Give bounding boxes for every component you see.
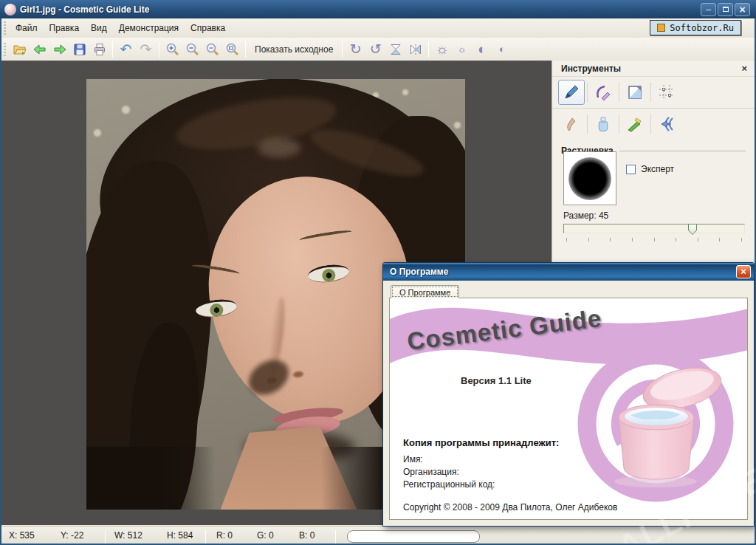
close-button[interactable]: ×	[735, 3, 750, 16]
about-dialog-close-button[interactable]: ×	[736, 265, 751, 278]
slider-tick	[698, 238, 698, 241]
menu-view[interactable]: Вид	[85, 20, 113, 36]
restore-icon	[723, 7, 729, 12]
rotate-cw-button[interactable]: ↻	[346, 40, 365, 59]
open-button[interactable]	[10, 40, 30, 59]
owner-name-label: Имя:	[403, 454, 423, 465]
contrast-button[interactable]: ◐	[472, 40, 492, 59]
slider-tick	[741, 238, 742, 241]
status-g: G: 0	[257, 530, 274, 541]
save-icon	[72, 42, 87, 57]
bend-arrows-tool[interactable]	[653, 112, 680, 137]
nav-forward-icon	[52, 42, 67, 57]
menu-grip[interactable]	[4, 21, 6, 35]
slider-tick	[632, 238, 633, 241]
brightness-small-button[interactable]: ☼	[452, 40, 472, 59]
curve-brush-tool[interactable]	[590, 80, 616, 105]
about-dialog-title-bar[interactable]: О Программе ×	[383, 263, 754, 281]
bend-arrows-icon	[658, 115, 676, 133]
levels-square-tool[interactable]	[622, 80, 648, 105]
softobzor-button[interactable]: Softobzor.Ru	[650, 20, 741, 35]
window-border-left	[0, 0, 1, 545]
size-slider-thumb[interactable]	[688, 224, 697, 235]
status-divider	[335, 530, 336, 544]
size-slider[interactable]	[563, 224, 745, 233]
mesh-grid-icon	[658, 83, 676, 101]
slider-tick	[676, 238, 676, 241]
concealer-stick-icon	[563, 115, 580, 133]
brush-size-label: Размер: 45	[563, 210, 608, 221]
title-bar[interactable]: Girl1.jpg - Cosmetic Guide Lite – ×	[0, 0, 756, 18]
tools-panel-close-icon[interactable]: ×	[741, 64, 747, 73]
zoom-out-button[interactable]	[182, 40, 202, 59]
toolbar-separator	[159, 41, 159, 58]
restore-button[interactable]	[718, 3, 733, 16]
brightness-button[interactable]: ☼	[432, 40, 452, 59]
save-button[interactable]	[69, 40, 89, 59]
toothbrush-tool[interactable]	[622, 112, 648, 137]
status-w: W: 512	[114, 530, 142, 541]
menu-edit[interactable]: Правка	[44, 20, 86, 36]
curve-brush-icon	[594, 83, 612, 101]
flip-vertical-button[interactable]	[385, 40, 405, 59]
zoom-actual-button[interactable]	[202, 40, 222, 59]
contrast-small-button[interactable]: ◐	[492, 40, 512, 59]
status-divider	[205, 530, 206, 544]
section-rule	[619, 151, 746, 151]
status-b: B: 0	[299, 530, 315, 541]
bokeh-dot	[122, 106, 130, 114]
powder-bottle-tool[interactable]	[590, 112, 616, 137]
about-tab[interactable]: О Программе	[391, 285, 459, 298]
zoom-fit-icon	[225, 42, 240, 57]
toolbar-grip[interactable]	[4, 43, 6, 56]
show-original-button[interactable]: Показать исходное	[249, 41, 339, 58]
redo-button[interactable]: ↷	[136, 40, 156, 59]
back-button[interactable]	[30, 40, 49, 59]
tool-separator	[587, 114, 588, 134]
zoom-out-icon	[185, 42, 200, 57]
tool-row-2	[552, 108, 755, 140]
menu-help[interactable]: Справка	[185, 20, 231, 36]
about-dialog: О Программе × О Программе	[382, 262, 755, 527]
toolbar-separator	[112, 41, 113, 58]
menu-demonstration[interactable]: Демонстрация	[113, 20, 185, 36]
registration-code-label: Регистрационный код:	[403, 479, 495, 490]
zoom-in-button[interactable]	[162, 40, 182, 59]
retouch-pen-icon	[563, 83, 580, 101]
slider-tick	[588, 238, 589, 241]
flip-horizontal-icon	[408, 42, 423, 57]
zoom-actual-icon	[205, 42, 220, 57]
brush-preview	[563, 151, 616, 205]
undo-button[interactable]: ↶	[116, 40, 136, 59]
toothbrush-icon	[626, 115, 644, 133]
tool-row-1	[552, 77, 755, 108]
expert-label: Эксперт	[641, 164, 674, 174]
menu-bar: Файл Правка Вид Демонстрация Справка Sof…	[1, 18, 755, 38]
app-window: Girl1.jpg - Cosmetic Guide Lite – × Файл…	[0, 0, 756, 545]
forward-button[interactable]	[49, 40, 69, 59]
blemish-forehead	[258, 138, 300, 157]
minimize-button[interactable]: –	[701, 3, 716, 16]
print-button[interactable]	[89, 40, 109, 59]
brightness-icon: ☼	[436, 42, 448, 56]
about-tab-page: Cosmetic Guide Версия 1.1 Lite Копия про…	[389, 298, 748, 520]
redo-icon: ↷	[140, 42, 152, 56]
rotate-ccw-button[interactable]: ↺	[365, 40, 385, 59]
flip-horizontal-button[interactable]	[405, 40, 425, 59]
tool-separator	[619, 83, 619, 102]
toolbar-separator	[342, 41, 343, 58]
expert-checkbox[interactable]	[626, 165, 636, 174]
owner-organization-label: Организация:	[403, 467, 459, 477]
about-dialog-body: О Программе	[383, 281, 754, 526]
mesh-grid-tool[interactable]	[653, 80, 680, 105]
bokeh-dot	[402, 89, 408, 95]
retouch-pen-tool[interactable]	[558, 80, 585, 105]
zoom-fit-button[interactable]	[222, 40, 242, 59]
rotate-cw-icon: ↻	[350, 42, 362, 56]
rotate-ccw-icon: ↺	[370, 42, 382, 56]
tool-separator	[619, 114, 619, 134]
slider-tick	[566, 238, 567, 241]
levels-square-icon	[626, 83, 644, 101]
menu-file[interactable]: Файл	[10, 20, 44, 36]
concealer-tool[interactable]	[558, 112, 585, 137]
